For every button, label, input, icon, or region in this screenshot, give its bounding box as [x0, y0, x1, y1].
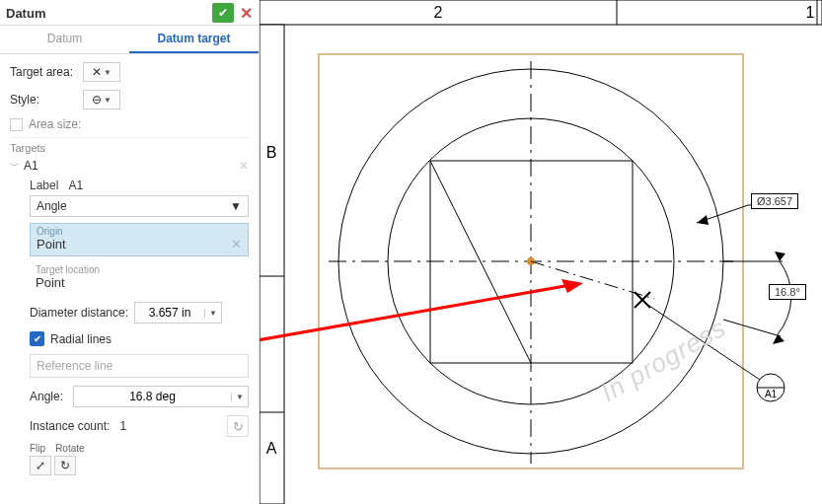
area-size-checkbox[interactable] — [10, 118, 23, 131]
style-label: Style: — [10, 93, 79, 107]
instance-count-value[interactable]: 1 — [119, 419, 126, 433]
target-location-label: Target location — [36, 264, 243, 275]
drawing-canvas[interactable]: 2 1 B A — [260, 0, 822, 504]
target-area-select[interactable]: ✕ ▼ — [83, 62, 120, 82]
annotation-arrow — [260, 279, 583, 364]
remove-target-button[interactable]: ✕ — [239, 159, 249, 173]
target-area-label: Target area: — [10, 65, 79, 79]
zone-row-bottom: A — [266, 440, 277, 457]
flip-button[interactable]: ⤢ — [30, 456, 51, 475]
datum-target-marker[interactable] — [531, 261, 654, 308]
origin-field[interactable]: Origin Point✕ — [30, 223, 249, 256]
tab-datum[interactable]: Datum — [0, 26, 129, 53]
diameter-distance-label: Diameter distance: — [30, 306, 130, 320]
rotate-icon: ↻ — [60, 459, 70, 472]
tab-datum-target[interactable]: Datum target — [129, 26, 259, 53]
diameter-callout-box[interactable]: Ø3.657 — [751, 193, 798, 209]
angle-callout-box[interactable]: 16.8° — [769, 284, 806, 300]
close-icon: ✕ — [240, 4, 253, 23]
target-location-field[interactable]: Target location Point — [30, 262, 249, 294]
instance-count-label: Instance count: — [30, 419, 110, 433]
zone-col-right: 1 — [806, 4, 815, 21]
datum-target-symbol[interactable]: A1 — [757, 374, 785, 401]
svg-line-20 — [723, 320, 781, 336]
target-area-x-icon: ✕ — [92, 65, 102, 79]
chevron-down-icon: ▼ — [104, 96, 112, 105]
flip-icon: ⤢ — [36, 459, 45, 472]
style-select[interactable]: ⊖ ▼ — [83, 90, 120, 109]
angle-label: Angle: — [30, 390, 69, 403]
angle-value[interactable] — [74, 387, 231, 406]
label-field-value[interactable]: A1 — [68, 179, 83, 192]
zone-col-left: 2 — [434, 4, 443, 21]
svg-rect-0 — [260, 0, 822, 25]
diameter-distance-value[interactable] — [135, 303, 204, 323]
flip-label: Flip — [30, 443, 45, 454]
target-node-a1[interactable]: ﹀ A1 ✕ — [10, 156, 249, 176]
datum-symbol-text: A1 — [765, 389, 778, 399]
reference-line-input[interactable]: Reference line — [30, 354, 249, 378]
chevron-down-icon[interactable]: ▼ — [204, 309, 221, 318]
chevron-down-icon[interactable]: ▼ — [231, 393, 248, 401]
check-icon: ✔ — [218, 6, 228, 20]
panel-title: Datum — [6, 6, 45, 21]
rotate-label: Rotate — [55, 443, 84, 454]
confirm-button[interactable]: ✔ — [212, 3, 234, 23]
svg-line-23 — [260, 285, 570, 364]
svg-marker-21 — [775, 252, 785, 261]
target-location-value: Point — [36, 275, 243, 290]
svg-marker-18 — [697, 215, 709, 225]
chevron-down-icon: ▼ — [104, 68, 112, 77]
rotate-button[interactable]: ↻ — [54, 456, 76, 475]
style-circle-icon: ⊖ — [92, 93, 102, 107]
svg-rect-3 — [260, 25, 284, 504]
origin-value: Point — [37, 237, 66, 252]
radial-lines-checkbox[interactable]: ✔ — [30, 331, 44, 346]
chevron-down-icon: ▼ — [230, 199, 242, 213]
chevron-down-icon: ﹀ — [10, 160, 20, 173]
target-node-label: A1 — [24, 159, 38, 173]
angle-type-select[interactable]: Angle ▼ — [30, 195, 249, 217]
cancel-button[interactable]: ✕ — [237, 3, 255, 23]
area-size-label: Area size: — [29, 117, 81, 131]
angle-type-value: Angle — [37, 199, 67, 213]
check-icon: ✔ — [34, 333, 41, 344]
angle-input[interactable]: ▼ — [73, 386, 249, 407]
targets-section-label: Targets — [10, 137, 249, 154]
zone-row-top: B — [266, 144, 277, 161]
label-field-label: Label — [30, 179, 58, 192]
svg-marker-24 — [561, 279, 583, 293]
datum-leader — [646, 304, 763, 382]
svg-marker-22 — [773, 334, 785, 344]
refresh-button[interactable]: ↻ — [227, 415, 249, 437]
diameter-distance-input[interactable]: ▼ — [134, 302, 222, 324]
origin-label: Origin — [37, 226, 242, 237]
clear-origin-button[interactable]: ✕ — [231, 237, 242, 252]
refresh-icon: ↻ — [233, 419, 244, 434]
radial-lines-label: Radial lines — [50, 332, 112, 346]
